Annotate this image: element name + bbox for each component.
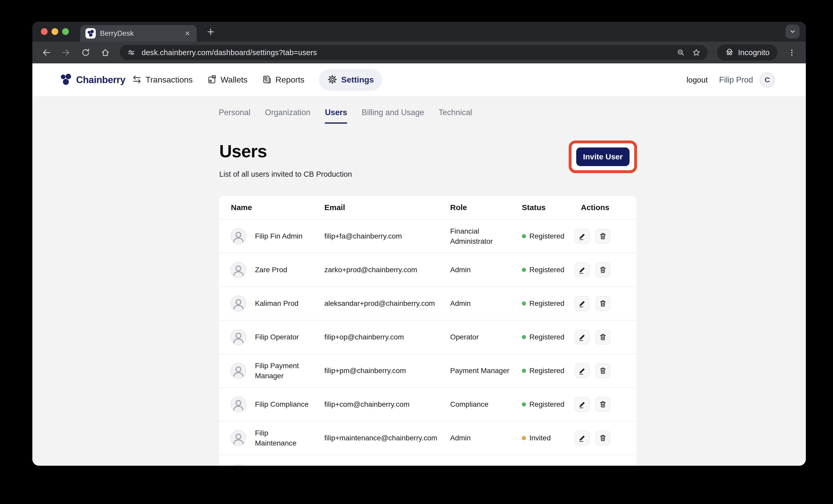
user-name: Filip Maintenance — [255, 428, 311, 448]
invite-user-button[interactable]: Invite User — [576, 148, 629, 166]
nav-item-wallets[interactable]: Wallets — [207, 75, 247, 85]
browser-tab[interactable]: BerryDesk — [80, 25, 197, 42]
table-row: Filip Maintenance filip+maintenance@chai… — [219, 422, 636, 455]
berrydesk-favicon — [86, 28, 96, 39]
edit-button[interactable] — [575, 363, 590, 378]
user-avatar — [230, 396, 246, 412]
browser-menu-icon[interactable] — [787, 47, 797, 58]
bookmark-star-icon[interactable] — [691, 47, 701, 58]
main-nav: Transactions Wallets Reports — [132, 69, 382, 91]
table-row-partial — [219, 455, 636, 466]
delete-button[interactable] — [595, 330, 611, 345]
reload-icon[interactable] — [80, 47, 91, 58]
nav-item-transactions[interactable]: Transactions — [132, 75, 193, 85]
delete-button[interactable] — [595, 296, 611, 311]
new-tab-button[interactable] — [205, 26, 216, 37]
user-email: filip+com@chainberry.com — [324, 399, 450, 409]
tab-users[interactable]: Users — [325, 108, 347, 124]
table-row: Filip Payment Manager filip+pm@chainberr… — [219, 354, 636, 388]
minimize-window-button[interactable] — [51, 28, 58, 35]
highlight-annotation: Invite User — [569, 141, 637, 173]
table-row: Filip Fin Admin filip+fa@chainberry.com … — [219, 220, 636, 253]
transactions-swap-icon — [132, 75, 142, 85]
close-window-button[interactable] — [41, 28, 48, 35]
status-dot — [522, 268, 526, 272]
tab-close-icon[interactable] — [183, 29, 192, 37]
delete-button[interactable] — [595, 397, 611, 412]
user-email: zarko+prod@chainberry.com — [324, 265, 450, 275]
status-dot — [522, 402, 526, 406]
user-avatar — [230, 262, 246, 278]
row-actions — [575, 229, 636, 244]
zoom-out-icon[interactable] — [675, 47, 686, 58]
home-icon[interactable] — [100, 47, 111, 58]
edit-button[interactable] — [575, 430, 590, 446]
site-settings-icon[interactable] — [126, 47, 137, 58]
status-badge: Registered — [522, 298, 575, 308]
row-actions — [575, 397, 636, 412]
user-email: filip+pm@chainberry.com — [324, 366, 450, 376]
user-role: Operator — [450, 332, 512, 342]
edit-button[interactable] — [575, 262, 590, 277]
forward-icon[interactable] — [61, 47, 71, 58]
user-role: Payment Manager — [450, 366, 512, 376]
url-text[interactable]: desk.chainberry.com/dashboard/settings?t… — [142, 48, 670, 57]
edit-button[interactable] — [575, 229, 590, 244]
zoom-window-button[interactable] — [62, 28, 69, 35]
column-header-actions: Actions — [575, 203, 636, 212]
chainberry-logo[interactable]: Chainberry — [60, 73, 125, 87]
tab-technical[interactable]: Technical — [439, 108, 472, 124]
user-avatar — [230, 296, 246, 311]
tab-title: BerryDesk — [100, 29, 179, 37]
nav-item-settings[interactable]: Settings — [319, 69, 382, 91]
delete-button[interactable] — [595, 262, 611, 277]
user-name: Filip Operator — [255, 332, 311, 342]
status-badge: Registered — [522, 332, 575, 342]
report-icon — [262, 75, 272, 85]
user-email: filip+fa@chainberry.com — [324, 231, 450, 241]
user-role: Admin — [450, 298, 512, 308]
status-dot — [522, 301, 526, 306]
nav-item-reports[interactable]: Reports — [262, 75, 304, 85]
user-avatar-badge[interactable]: C — [760, 72, 775, 87]
back-icon[interactable] — [41, 47, 51, 58]
status-dot — [522, 234, 526, 238]
column-header-email: Email — [324, 203, 450, 212]
tab-organization[interactable]: Organization — [265, 108, 310, 124]
tab-billing-and-usage[interactable]: Billing and Usage — [362, 108, 424, 124]
status-badge: Registered — [522, 231, 575, 241]
user-email: aleksandar+prod@chainberry.com — [324, 298, 450, 308]
status-dot — [522, 436, 526, 440]
status-dot — [522, 335, 526, 339]
delete-button[interactable] — [595, 363, 611, 378]
user-avatar — [230, 430, 246, 446]
tab-search-chevron-button[interactable] — [786, 25, 800, 39]
table-header: Name Email Role Status Actions — [219, 196, 636, 220]
delete-button[interactable] — [595, 430, 611, 446]
user-name: Kaliman Prod — [255, 298, 311, 308]
gear-icon — [327, 74, 337, 86]
page-subtitle: List of all users invited to CB Producti… — [219, 170, 352, 178]
incognito-icon — [725, 47, 734, 58]
page-content: Chainberry Transactions Wallets — [32, 64, 806, 466]
user-name: Zare Prod — [255, 265, 311, 275]
delete-button[interactable] — [595, 229, 611, 244]
user-role: Compliance — [450, 399, 512, 409]
status-badge: Registered — [522, 366, 575, 376]
users-table-card: Name Email Role Status Actions Filip Fin… — [219, 196, 636, 466]
navbar-right: logout Filip Prod C — [687, 72, 775, 87]
user-email: filip+op@chainberry.com — [324, 332, 450, 342]
logout-link[interactable]: logout — [687, 76, 708, 84]
edit-button[interactable] — [575, 397, 590, 412]
edit-button[interactable] — [575, 330, 590, 345]
table-row: Filip Compliance filip+com@chainberry.co… — [219, 388, 636, 422]
table-row: Zare Prod zarko+prod@chainberry.com Admi… — [219, 253, 636, 287]
table-row: Kaliman Prod aleksandar+prod@chainberry.… — [219, 287, 636, 321]
screenshot-stage: BerryDesk — [0, 0, 833, 504]
address-bar[interactable]: desk.chainberry.com/dashboard/settings?t… — [120, 45, 708, 60]
edit-button[interactable] — [575, 296, 590, 311]
column-header-role: Role — [450, 203, 522, 212]
user-role: Admin — [450, 265, 512, 275]
column-header-status: Status — [522, 203, 575, 212]
tab-personal[interactable]: Personal — [219, 108, 250, 124]
